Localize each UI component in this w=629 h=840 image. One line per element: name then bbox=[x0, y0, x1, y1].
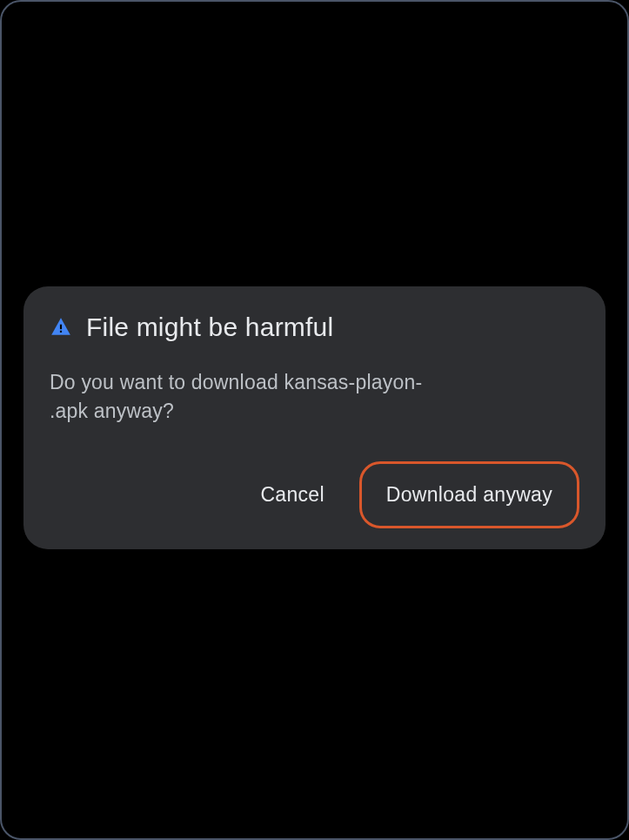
cancel-button[interactable]: Cancel bbox=[243, 467, 341, 522]
svg-rect-0 bbox=[60, 325, 62, 329]
harmful-file-dialog: File might be harmful Do you want to dow… bbox=[23, 286, 606, 549]
dialog-title: File might be harmful bbox=[86, 312, 333, 342]
message-suffix: .apk anyway? bbox=[50, 400, 174, 422]
warning-triangle-icon bbox=[50, 316, 72, 339]
message-prefix: Do you want to download kansas-playon- bbox=[50, 371, 422, 393]
download-anyway-button[interactable]: Download anyway bbox=[359, 461, 579, 528]
dialog-actions: Cancel Download anyway bbox=[50, 461, 579, 528]
svg-rect-1 bbox=[60, 331, 62, 333]
dialog-header: File might be harmful bbox=[50, 312, 579, 342]
dialog-message: Do you want to download kansas-playon-.a… bbox=[50, 368, 579, 427]
